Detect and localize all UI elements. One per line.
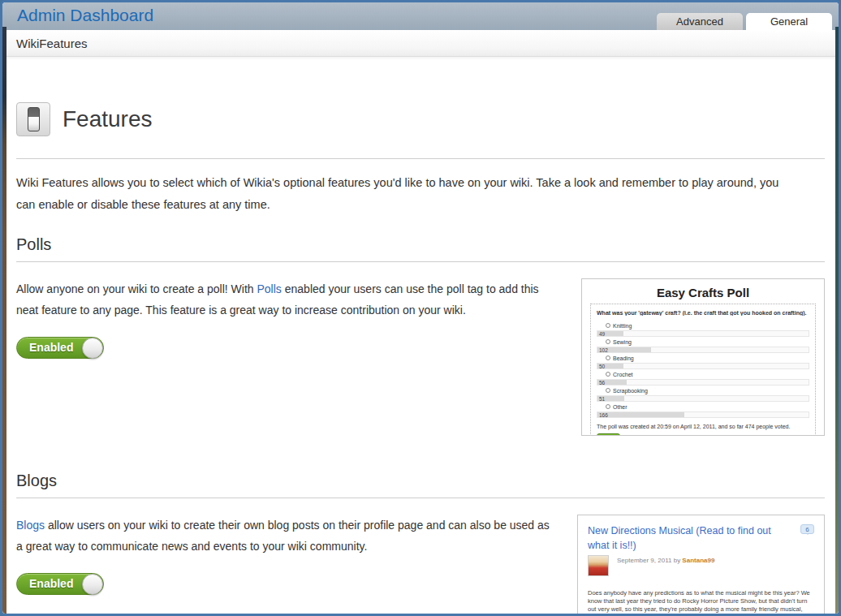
toggle-label: Enabled bbox=[29, 341, 73, 354]
poll-footer-text: The poll was created at 20:59 on April 1… bbox=[597, 424, 809, 429]
poll-vote-count: 51 bbox=[599, 396, 605, 402]
radio-icon bbox=[606, 388, 610, 393]
tab-general[interactable]: General bbox=[746, 13, 832, 30]
radio-icon bbox=[606, 372, 610, 377]
light-switch-icon bbox=[16, 102, 50, 136]
breadcrumb-bar: WikiFeatures bbox=[2, 30, 839, 57]
poll-vote-count: 102 bbox=[599, 347, 608, 353]
blogs-heading: Blogs bbox=[16, 472, 825, 498]
polls-description: Allow anyone on your wiki to create a po… bbox=[16, 278, 562, 321]
poll-result-bar: 56 bbox=[597, 379, 809, 386]
poll-vote-count: 166 bbox=[599, 412, 608, 418]
toggle-knob-icon bbox=[82, 338, 103, 359]
breadcrumb: WikiFeatures bbox=[16, 37, 88, 50]
poll-result-bar: 49 bbox=[597, 330, 809, 337]
tab-bar: Advanced General bbox=[657, 13, 832, 30]
blog-author: Santana99 bbox=[682, 557, 714, 564]
radio-icon bbox=[606, 404, 610, 409]
blog-body: Does anybody have any predictions as to … bbox=[588, 589, 814, 616]
toggle-knob-icon bbox=[82, 574, 103, 595]
background-edge-right bbox=[835, 27, 839, 614]
polls-heading: Polls bbox=[16, 235, 825, 262]
admin-dashboard-window: Admin Dashboard Advanced General WikiFea… bbox=[0, 0, 841, 616]
blog-paragraph: Does anybody have any predictions as to … bbox=[588, 589, 814, 616]
poll-vote-count: 49 bbox=[599, 331, 605, 337]
poll-result-bar: 102 bbox=[597, 347, 809, 353]
toggle-label: Enabled bbox=[29, 577, 73, 590]
avatar bbox=[588, 555, 609, 576]
blogs-description: Blogs allow users on your wiki to create… bbox=[16, 515, 558, 557]
section-polls: Polls Allow anyone on your wiki to creat… bbox=[16, 235, 825, 436]
radio-icon bbox=[606, 355, 610, 360]
blog-byline: September 9, 2011 by Santana99 bbox=[617, 555, 814, 564]
background-edge-left bbox=[2, 27, 6, 614]
poll-result-bar: 166 bbox=[597, 411, 809, 418]
poll-preview-title: Easy Crafts Poll bbox=[590, 286, 816, 299]
radio-icon bbox=[606, 323, 610, 328]
page-title-block: Features bbox=[16, 91, 825, 148]
poll-result-bar: 50 bbox=[597, 363, 809, 369]
radio-icon bbox=[606, 339, 610, 344]
vote-button: Vote! bbox=[597, 433, 620, 436]
poll-vote-count: 56 bbox=[599, 380, 605, 386]
comment-count-icon: 6 bbox=[800, 524, 814, 534]
poll-option: Sewing102 bbox=[597, 338, 809, 353]
section-blogs: Blogs Blogs allow users on your wiki to … bbox=[16, 472, 825, 616]
poll-options: Knitting49Sewing102Beading50Crochet56Scr… bbox=[597, 322, 809, 418]
blog-post-title: New Directions Musical (Read to find out… bbox=[588, 525, 771, 551]
poll-option-label: Scrapbooking bbox=[613, 388, 648, 394]
poll-option: Other166 bbox=[597, 403, 809, 418]
poll-option-label: Knitting bbox=[613, 323, 632, 329]
poll-option-label: Crochet bbox=[613, 372, 633, 377]
divider bbox=[16, 158, 825, 159]
poll-option: Knitting49 bbox=[597, 322, 809, 337]
poll-option-label: Other bbox=[613, 404, 628, 410]
poll-option-label: Sewing bbox=[613, 339, 632, 345]
poll-option: Scrapbooking51 bbox=[597, 387, 809, 402]
polls-link[interactable]: Polls bbox=[257, 282, 281, 295]
blogs-preview-image: New Directions Musical (Read to find out… bbox=[577, 515, 825, 616]
page-title: Features bbox=[63, 106, 153, 132]
main-content: Features Wiki Features allows you to sel… bbox=[2, 91, 839, 616]
poll-vote-count: 50 bbox=[599, 364, 605, 369]
poll-option-label: Beading bbox=[613, 355, 634, 361]
poll-option: Crochet56 bbox=[597, 371, 809, 386]
tab-advanced[interactable]: Advanced bbox=[657, 13, 743, 30]
polls-preview-image: Easy Crafts Poll What was your 'gateway'… bbox=[581, 278, 825, 436]
app-title: Admin Dashboard bbox=[17, 6, 153, 25]
polls-enabled-toggle[interactable]: Enabled bbox=[16, 337, 104, 359]
header-band: Admin Dashboard Advanced General bbox=[2, 2, 839, 30]
blogs-link[interactable]: Blogs bbox=[16, 519, 45, 532]
poll-question: What was your 'gateway' craft? (i.e. the… bbox=[597, 310, 809, 316]
intro-text: Wiki Features allows you to select which… bbox=[16, 172, 800, 216]
blogs-enabled-toggle[interactable]: Enabled bbox=[16, 573, 104, 595]
poll-option: Beading50 bbox=[597, 355, 809, 369]
poll-result-bar: 51 bbox=[597, 395, 809, 402]
